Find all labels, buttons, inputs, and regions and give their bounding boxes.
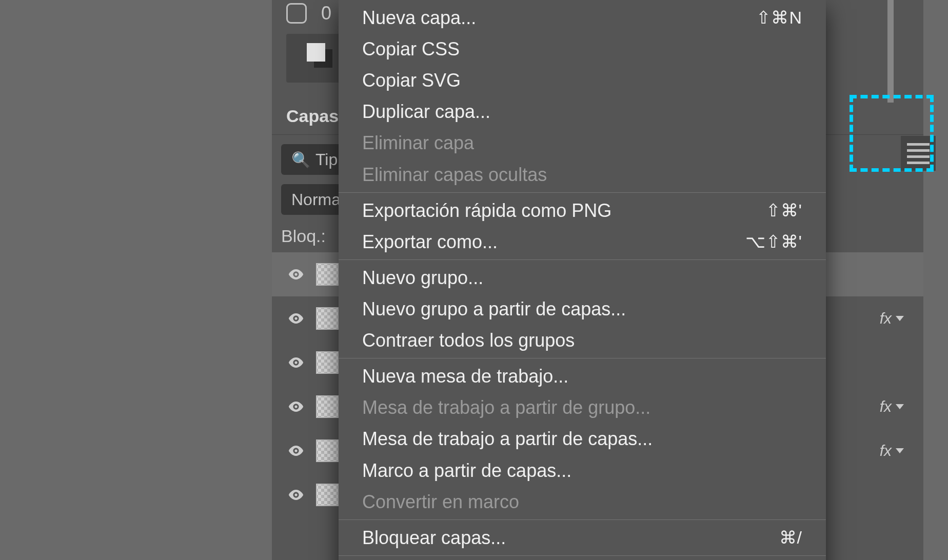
visibility-toggle[interactable] xyxy=(283,398,309,415)
menu-item-label: Exportar como... xyxy=(362,229,498,255)
menu-item-label: Convertir en marco xyxy=(362,489,519,515)
fx-label: fx xyxy=(880,442,892,459)
menu-item: Mesa de trabajo a partir de grupo... xyxy=(339,392,826,423)
eye-icon xyxy=(287,442,305,459)
menu-item[interactable]: Contraer todos los grupos xyxy=(339,325,826,356)
menu-item[interactable]: Mesa de trabajo a partir de capas... xyxy=(339,423,826,454)
eye-icon xyxy=(287,398,305,415)
menu-item-label: Marco a partir de capas... xyxy=(362,457,571,484)
menu-item[interactable]: Nuevo grupo a partir de capas... xyxy=(339,293,826,325)
search-filter-input[interactable]: 🔍 Tip xyxy=(281,144,348,175)
menu-item-label: Eliminar capa xyxy=(362,130,474,156)
menu-item-shortcut: ⌘/ xyxy=(779,525,802,550)
menu-item-shortcut: ⌥⇧⌘' xyxy=(745,229,803,254)
menu-item-label: Mesa de trabajo a partir de capas... xyxy=(362,426,653,452)
blend-mode-label: Norma xyxy=(291,190,341,209)
lock-label: Bloq.: xyxy=(281,226,326,246)
search-icon: 🔍 xyxy=(291,151,310,169)
layer-thumbnail[interactable] xyxy=(316,484,339,506)
menu-item-label: Nuevo grupo a partir de capas... xyxy=(362,296,626,322)
menu-item: Eliminar capa xyxy=(339,127,826,158)
fx-label: fx xyxy=(880,398,892,415)
menu-item[interactable]: Duplicar capa... xyxy=(339,96,826,127)
eye-icon xyxy=(287,310,305,327)
menu-item-shortcut: ⇧⌘' xyxy=(766,198,803,223)
menu-item[interactable]: Nueva mesa de trabajo... xyxy=(339,361,826,392)
menu-item[interactable]: Convertir en objeto inteligente xyxy=(339,558,826,560)
chevron-down-icon xyxy=(896,404,904,409)
visibility-toggle[interactable] xyxy=(283,354,309,371)
layer-fx-indicator[interactable]: fx xyxy=(880,442,912,459)
eye-icon xyxy=(287,354,305,371)
menu-item-label: Copiar SVG xyxy=(362,67,461,93)
layer-fx-indicator[interactable]: fx xyxy=(880,398,912,415)
rounded-rect-icon xyxy=(286,3,307,24)
menu-item-label: Nueva mesa de trabajo... xyxy=(362,363,568,389)
layers-panel-menu: Nueva capa...⇧⌘NCopiar CSSCopiar SVGDupl… xyxy=(339,0,826,560)
layer-thumbnail[interactable] xyxy=(316,439,339,462)
menu-item-label: Bloquear capas... xyxy=(362,525,506,551)
menu-item-label: Duplicar capa... xyxy=(362,98,490,125)
menu-item-label: Contraer todos los grupos xyxy=(362,327,575,353)
menu-item-shortcut: ⇧⌘N xyxy=(756,5,802,30)
menu-item-label: Eliminar capas ocultas xyxy=(362,162,547,188)
menu-item[interactable]: Exportación rápida como PNG⇧⌘' xyxy=(339,195,826,226)
menu-item[interactable]: Copiar SVG xyxy=(339,65,826,96)
visibility-toggle[interactable] xyxy=(283,442,309,459)
menu-item[interactable]: Copiar CSS xyxy=(339,33,826,65)
chevron-down-icon xyxy=(896,448,904,453)
menu-item[interactable]: Exportar como...⌥⇧⌘' xyxy=(339,226,826,257)
chevron-down-icon xyxy=(896,316,904,321)
visibility-toggle[interactable] xyxy=(283,310,309,327)
eye-icon xyxy=(287,266,305,283)
visibility-toggle[interactable] xyxy=(283,486,309,504)
menu-item: Convertir en marco xyxy=(339,486,826,517)
layer-thumbnail[interactable] xyxy=(316,351,339,374)
menu-item-label: Copiar CSS xyxy=(362,36,460,62)
right-divider xyxy=(887,0,894,103)
layer-thumbnail[interactable] xyxy=(316,307,339,330)
stroke-width-value: 0 xyxy=(321,3,331,24)
fx-label: fx xyxy=(880,310,892,327)
menu-item-label: Exportación rápida como PNG xyxy=(362,197,611,224)
layer-thumbnail[interactable] xyxy=(316,263,339,286)
overlap-icon xyxy=(307,43,338,74)
menu-item: Eliminar capas ocultas xyxy=(339,159,826,190)
visibility-toggle[interactable] xyxy=(283,266,309,283)
layer-thumbnail[interactable] xyxy=(316,395,339,418)
search-filter-label: Tip xyxy=(315,150,338,169)
menu-item[interactable]: Bloquear capas...⌘/ xyxy=(339,522,826,553)
menu-item-label: Nuevo grupo... xyxy=(362,265,483,291)
menu-item[interactable]: Nuevo grupo... xyxy=(339,262,826,293)
tab-layers[interactable]: Capas xyxy=(281,104,344,128)
eye-icon xyxy=(287,486,305,504)
menu-item[interactable]: Nueva capa...⇧⌘N xyxy=(339,2,826,33)
menu-item-label: Mesa de trabajo a partir de grupo... xyxy=(362,394,650,421)
menu-item-label: Nueva capa... xyxy=(362,5,476,31)
layer-fx-indicator[interactable]: fx xyxy=(880,310,912,327)
menu-item[interactable]: Marco a partir de capas... xyxy=(339,455,826,486)
panel-menu-button[interactable] xyxy=(901,136,936,171)
